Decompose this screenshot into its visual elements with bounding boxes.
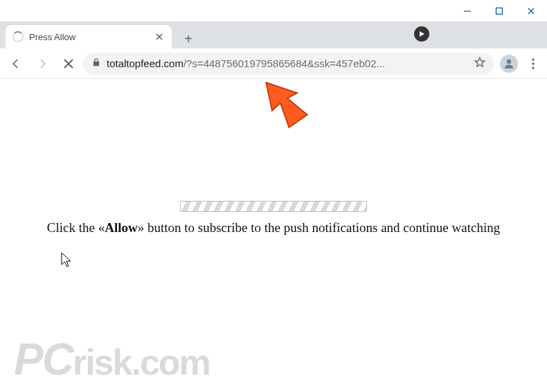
watermark-rest: risk.com <box>73 342 210 382</box>
svg-rect-0 <box>464 10 471 11</box>
browser-menu-button[interactable] <box>523 58 543 69</box>
mouse-cursor-icon <box>61 252 73 269</box>
svg-marker-8 <box>262 75 310 130</box>
url-text: totaltopfeed.com/?s=44875601979586568­4&… <box>107 57 468 69</box>
svg-marker-3 <box>475 57 485 66</box>
watermark-logo: PCrisk.com <box>14 334 210 385</box>
forward-button[interactable] <box>30 52 54 75</box>
new-tab-button[interactable]: + <box>179 29 198 48</box>
msg-pre: Click the « <box>47 220 105 235</box>
fake-progress-bar <box>180 201 367 212</box>
media-indicator-icon[interactable] <box>414 26 429 42</box>
msg-bold: Allow <box>105 220 138 235</box>
window-close-button[interactable] <box>515 0 547 21</box>
page-content: Click the «Allow» button to subscribe to… <box>0 79 547 392</box>
watermark-pc: PC <box>14 335 73 384</box>
tab-close-button[interactable] <box>154 31 165 42</box>
svg-marker-2 <box>420 31 424 37</box>
msg-post: » button to subscribe to the push notifi… <box>138 220 500 235</box>
window-maximize-button[interactable] <box>483 0 515 21</box>
svg-point-6 <box>532 62 534 64</box>
svg-point-7 <box>532 66 534 69</box>
tab-strip: Press Allow + <box>0 22 547 48</box>
profile-avatar[interactable] <box>500 55 518 73</box>
address-bar[interactable]: totaltopfeed.com/?s=44875601979586568­4&… <box>83 53 494 75</box>
svg-point-5 <box>532 58 534 60</box>
back-button[interactable] <box>4 52 28 75</box>
annotation-arrow-icon <box>262 75 310 130</box>
tab-title: Press Allow <box>29 32 148 42</box>
window-minimize-button[interactable] <box>451 0 483 21</box>
scam-message: Click the «Allow» button to subscribe to… <box>0 220 547 235</box>
svg-rect-1 <box>496 8 503 14</box>
bookmark-star-icon[interactable] <box>474 56 486 71</box>
stop-reload-button[interactable] <box>57 52 80 75</box>
window-titlebar <box>0 0 547 22</box>
svg-point-4 <box>507 59 511 63</box>
url-domain: totaltopfeed.com <box>107 57 183 69</box>
url-path: /?s=44875601979586568­4&ssk=457eb02... <box>183 57 385 69</box>
loading-spinner-icon <box>12 31 24 42</box>
lock-icon <box>91 57 101 69</box>
browser-tab[interactable]: Press Allow <box>6 25 172 48</box>
